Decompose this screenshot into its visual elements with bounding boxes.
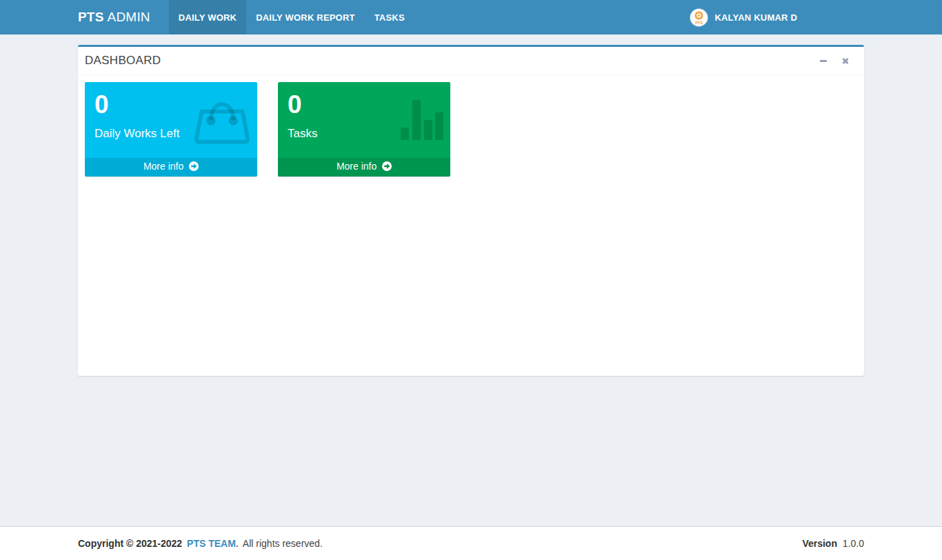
team-link[interactable]: PTS TEAM. (187, 538, 239, 549)
more-info-link-daily-works[interactable]: More info (85, 158, 257, 177)
more-info-label: More info (143, 161, 183, 172)
pts-logo-icon: PTS (690, 9, 708, 26)
main-nav: DAILY WORK DAILY WORK REPORT TASKS (169, 0, 414, 34)
stat-value: 0 (94, 92, 249, 117)
stat-value: 0 (288, 92, 442, 117)
dashboard-panel: DASHBOARD (78, 45, 864, 376)
stat-box-daily-works-left: 0 Daily Works Left (85, 82, 257, 177)
version-label: Version (802, 538, 837, 549)
top-navbar: PTS ADMIN DAILY WORK DAILY WORK REPORT T… (0, 0, 942, 34)
user-avatar: PTS (690, 9, 708, 26)
brand-light: ADMIN (108, 10, 150, 25)
version-text: Version 1.0.0 (802, 538, 864, 549)
arrow-circle-icon (189, 161, 199, 173)
user-menu[interactable]: PTS KALYAN KUMAR D (690, 0, 874, 34)
rights-text: All rights reserved. (243, 538, 323, 549)
nav-item-tasks[interactable]: TASKS (365, 0, 414, 34)
more-info-label: More info (337, 161, 377, 172)
panel-body: 0 Daily Works Left (78, 75, 864, 376)
close-button[interactable] (839, 54, 852, 67)
nav-item-daily-work-report[interactable]: DAILY WORK REPORT (246, 0, 365, 34)
panel-header: DASHBOARD (78, 47, 864, 75)
stat-label: Daily Works Left (94, 127, 249, 141)
stat-box-tasks: 0 Tasks (278, 82, 450, 177)
brand-bold: PTS (78, 10, 104, 25)
copyright-text: Copyright © 2021-2022 PTS TEAM. All righ… (78, 538, 323, 549)
close-icon (841, 57, 850, 65)
version-value: 1.0.0 (843, 538, 864, 549)
page-footer: Copyright © 2021-2022 PTS TEAM. All righ… (0, 526, 942, 560)
user-name: KALYAN KUMAR D (714, 12, 797, 23)
more-info-link-tasks[interactable]: More info (278, 158, 450, 177)
arrow-circle-icon (382, 161, 392, 173)
app-screen: PTS ADMIN DAILY WORK DAILY WORK REPORT T… (0, 0, 942, 560)
stat-label: Tasks (288, 127, 442, 141)
content-area: DASHBOARD (0, 34, 942, 526)
panel-title: DASHBOARD (85, 54, 161, 68)
minus-icon (820, 60, 827, 62)
copyright-years: Copyright © 2021-2022 (78, 538, 182, 549)
collapse-button[interactable] (817, 54, 830, 67)
nav-item-daily-work[interactable]: DAILY WORK (169, 0, 246, 34)
brand-logo[interactable]: PTS ADMIN (68, 0, 161, 34)
svg-text:PTS: PTS (696, 20, 703, 24)
